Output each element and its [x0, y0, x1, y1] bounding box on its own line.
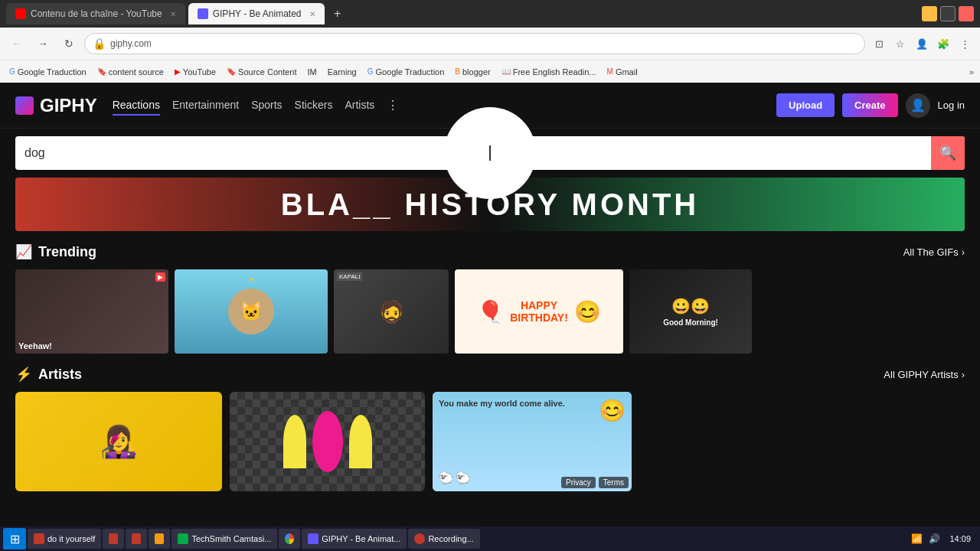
gif-smiley: 😊	[574, 299, 601, 324]
start-button[interactable]: ⊞	[3, 528, 26, 549]
gif-happy: HAPPY	[510, 299, 568, 311]
forward-button[interactable]: →	[32, 33, 54, 54]
extensions-icon[interactable]: 🧩	[934, 34, 952, 53]
search-bar: 🔍	[15, 136, 965, 170]
taskbar-recording[interactable]: Recording...	[408, 529, 479, 549]
giphy-logo[interactable]: GIPHY	[15, 95, 97, 116]
bookmarks-bar: G Google Traduction 🔖 content source ▶ Y…	[0, 60, 980, 83]
search-container: 🔍	[0, 129, 980, 178]
artists-arrow: ›	[962, 369, 965, 380]
youtube-favicon: ▶	[175, 67, 181, 76]
trending-title: 📈 Trending	[15, 243, 96, 260]
taskbar-item-4[interactable]	[149, 529, 170, 549]
cast-icon[interactable]: ⊡	[870, 34, 888, 53]
tab-giphy-label: GIPHY - Be Animated	[213, 8, 302, 19]
url-display: giphy.com	[110, 38, 152, 49]
bookmark-label: IM	[308, 67, 317, 77]
user-icon[interactable]: 👤	[906, 93, 930, 118]
artist-text-area: You make my world come alive. 🐑 🐑	[439, 398, 626, 485]
nav-sports[interactable]: Sports	[251, 96, 282, 116]
restore-button[interactable]	[940, 6, 956, 21]
upload-button[interactable]: Upload	[776, 93, 835, 117]
taskbar-chrome[interactable]	[279, 529, 300, 549]
create-button[interactable]: Create	[842, 93, 897, 117]
gif-badge-1: ▶	[155, 272, 165, 282]
artist-card-3[interactable]: You make my world come alive. 🐑 🐑 😊 Priv…	[433, 392, 632, 491]
tab-giphy[interactable]: GIPHY - Be Animated ✕	[188, 3, 325, 24]
trending-all-link[interactable]: All The GIFs ›	[903, 246, 965, 258]
gif-item-4[interactable]: 🎈 HAPPY BIRTHDAY! 😊	[455, 269, 623, 354]
nav-artists[interactable]: Artists	[345, 96, 374, 116]
trending-icon: 📈	[15, 243, 32, 260]
bookmark-blogger[interactable]: B blogger	[452, 66, 493, 78]
artist-card-1[interactable]: 👩‍🎤	[15, 392, 222, 491]
bookmark-english[interactable]: 📖 Free English Readin...	[498, 66, 599, 78]
artists-header: ⚡ Artists All GIPHY Artists ›	[15, 366, 965, 383]
tab-giphy-close[interactable]: ✕	[309, 10, 315, 18]
gif-item-3[interactable]: KAPALI 🧔	[334, 269, 449, 354]
gif-thumbnail-1: ▶ Yeehaw!	[15, 269, 168, 354]
bookmark-im[interactable]: IM	[305, 66, 320, 78]
taskbar-system-icons: 📶 🔊	[910, 533, 942, 544]
search-button[interactable]: 🔍	[931, 136, 965, 170]
page-content: GIPHY Reactions Entertainment Sports Sti…	[0, 83, 980, 527]
artists-all-link[interactable]: All GIPHY Artists ›	[884, 369, 965, 380]
menu-icon[interactable]: ⋮	[956, 34, 974, 53]
taskbar-item-3[interactable]	[126, 529, 147, 549]
taskbar-diy[interactable]: do it yourself	[28, 529, 101, 549]
recording-icon	[414, 533, 425, 544]
nav-reactions[interactable]: Reactions	[113, 96, 160, 116]
taskbar-giphy[interactable]: GIPHY - Be Animat...	[302, 529, 407, 549]
nav-actions: Upload Create 👤 Log in	[776, 93, 965, 118]
gif-label-1: Yeehaw!	[18, 341, 52, 350]
profile-icon[interactable]: 👤	[913, 34, 931, 53]
nav-stickers[interactable]: Stickers	[295, 96, 333, 116]
taskbar-item-2[interactable]	[103, 529, 124, 549]
login-button[interactable]: Log in	[938, 99, 965, 111]
gif-cat: 🐱	[228, 289, 274, 334]
artist-thumbnail-1: 👩‍🎤	[15, 392, 222, 491]
bookmark-content-source[interactable]: 🔖 content source	[94, 66, 167, 78]
bookmark-label: Earning	[328, 67, 357, 77]
taskbar-giphy-label: GIPHY - Be Animat...	[322, 534, 400, 543]
minimize-button[interactable]	[922, 6, 937, 21]
privacy-button[interactable]: Privacy	[561, 477, 596, 488]
bookmark-icon[interactable]: ☆	[891, 34, 910, 53]
toolbar-icons: ⊡ ☆ 👤 🧩 ⋮	[870, 34, 974, 53]
taskbar-camtasia[interactable]: TechSmith Camtasi...	[172, 529, 277, 549]
bookmark-source-content[interactable]: 🔖 Source Content	[224, 66, 299, 78]
taskbar-favicon-2	[109, 533, 118, 544]
bookmark-earning[interactable]: Earning	[325, 66, 360, 78]
nav-entertainment[interactable]: Entertainment	[172, 96, 239, 116]
gmail-favicon: M	[607, 67, 613, 76]
bookmark-google-traduction-2[interactable]: G Google Traduction	[364, 66, 448, 78]
bookmark-gmail[interactable]: M Gmail	[604, 66, 641, 78]
tab-youtube-label: Contenu de la chaîne - YouTube	[31, 8, 162, 19]
nav-more-button[interactable]: ⋮	[387, 98, 399, 112]
gif-item-5[interactable]: 😀😀 Good Morning!	[629, 269, 752, 354]
back-button[interactable]: ←	[6, 33, 28, 54]
gif-thumbnail-3: KAPALI 🧔	[334, 269, 449, 354]
artist-figure-1: 👩‍🎤	[100, 424, 138, 460]
bookmarks-more[interactable]: »	[969, 67, 974, 77]
camtasia-favicon	[178, 533, 188, 544]
gif-star: ✦	[248, 276, 254, 284]
bookmark-label: Free English Readin...	[513, 67, 596, 77]
cursor-blink	[489, 145, 491, 161]
artist-card-2[interactable]	[230, 392, 425, 491]
gif-item-2[interactable]: 🐱 ✦	[175, 269, 328, 354]
new-tab-button[interactable]: +	[328, 4, 348, 24]
refresh-button[interactable]: ↻	[58, 33, 80, 54]
bookmark-google-traduction[interactable]: G Google Traduction	[6, 66, 90, 78]
trending-title-text: Trending	[38, 244, 96, 260]
bookmark-youtube[interactable]: ▶ YouTube	[172, 66, 219, 78]
artists-section: ⚡ Artists All GIPHY Artists › 👩‍🎤	[0, 366, 980, 504]
terms-button[interactable]: Terms	[599, 477, 629, 488]
close-button[interactable]	[959, 6, 974, 21]
bookmark-label: YouTube	[183, 67, 216, 77]
shape-1	[283, 415, 306, 468]
tab-youtube[interactable]: Contenu de la chaîne - YouTube ✕	[6, 3, 185, 24]
tab-youtube-close[interactable]: ✕	[170, 10, 176, 18]
gif-item-1[interactable]: ▶ Yeehaw!	[15, 269, 168, 354]
address-bar[interactable]: 🔒 giphy.com	[84, 33, 865, 54]
